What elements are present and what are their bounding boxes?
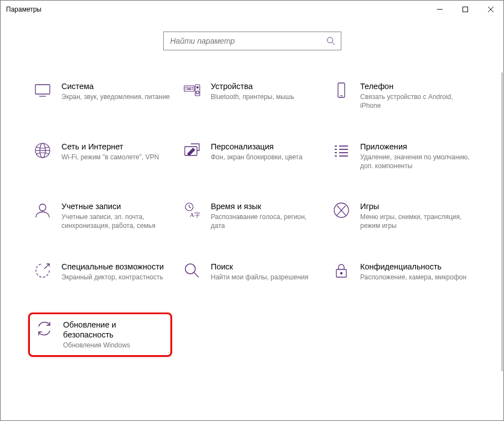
category-title: Конфиденциальность: [360, 262, 466, 272]
category-phone[interactable]: Телефон Связать устройство с Android, iP…: [332, 81, 471, 111]
category-desc: Wi-Fi, режим "в самолете", VPN: [61, 153, 159, 162]
svg-point-41: [185, 264, 195, 274]
svg-point-18: [197, 87, 199, 89]
xbox-icon: [332, 201, 350, 219]
search-row: [1, 32, 503, 50]
svg-rect-6: [35, 85, 50, 94]
titlebar: Параметры: [1, 1, 503, 18]
svg-point-19: [196, 91, 199, 94]
category-desc: Меню игры, снимки, трансляция, режим игр…: [360, 212, 471, 230]
category-title: Устройства: [211, 81, 294, 91]
close-button[interactable]: [478, 1, 503, 18]
monitor-icon: [34, 81, 51, 99]
category-ease[interactable]: Специальные возможности Экранный диктор,…: [34, 262, 172, 282]
category-desc: Удаление, значения по умолчанию, доп. ко…: [360, 153, 471, 170]
category-desc: Связать устройство с Android, iPhone: [360, 92, 471, 110]
category-desc: Обновления Windows: [63, 341, 163, 350]
category-network[interactable]: Сеть и Интернет Wi-Fi, режим "в самолете…: [34, 142, 172, 171]
category-title: Телефон: [360, 81, 471, 91]
svg-line-40: [44, 264, 49, 269]
phone-icon: [332, 81, 350, 99]
category-title: Обновление и безопасность: [63, 320, 163, 340]
ease-of-access-icon: [34, 262, 51, 279]
category-desc: Расположение, камера, микрофон: [360, 273, 466, 282]
svg-rect-20: [338, 83, 345, 97]
category-desc: Учетные записи, эл. почта, синхронизация…: [61, 212, 172, 230]
lock-icon: [332, 262, 350, 279]
magnifier-icon: [183, 262, 201, 279]
svg-point-4: [327, 38, 332, 43]
category-update[interactable]: Обновление и безопасность Обновления Win…: [28, 313, 172, 357]
keyboard-speaker-icon: [183, 81, 201, 99]
category-desc: Экранный диктор, контрастность: [61, 273, 164, 282]
category-title: Игры: [360, 201, 471, 211]
category-text: Специальные возможности Экранный диктор,…: [61, 262, 164, 282]
close-icon: [488, 7, 493, 12]
category-title: Персонализация: [211, 142, 303, 152]
category-text: Персонализация Фон, экран блокировки, цв…: [211, 142, 303, 162]
maximize-button[interactable]: [453, 1, 478, 18]
person-icon: [34, 201, 51, 219]
minimize-icon: [437, 7, 443, 12]
category-title: Поиск: [211, 262, 308, 272]
svg-text:A字: A字: [190, 211, 200, 218]
category-title: Специальные возможности: [61, 262, 164, 272]
category-text: Телефон Связать устройство с Android, iP…: [360, 81, 471, 111]
search-icon: [326, 37, 335, 45]
category-title: Сеть и Интернет: [61, 142, 159, 152]
svg-point-34: [39, 204, 46, 211]
category-text: Система Экран, звук, уведомления, питани…: [61, 81, 170, 101]
categories-grid: Система Экран, звук, уведомления, питани…: [34, 81, 470, 357]
category-title: Время и язык: [211, 201, 321, 211]
svg-rect-1: [463, 7, 468, 12]
category-text: Учетные записи Учетные записи, эл. почта…: [61, 201, 172, 231]
category-system[interactable]: Система Экран, звук, уведомления, питани…: [34, 81, 172, 111]
category-time-language[interactable]: A字 Время и язык Распознавание голоса, ре…: [183, 201, 321, 231]
category-text: Игры Меню игры, снимки, трансляция, режи…: [360, 201, 471, 231]
category-apps[interactable]: Приложения Удаление, значения по умолчан…: [332, 142, 471, 171]
category-accounts[interactable]: Учетные записи Учетные записи, эл. почта…: [34, 201, 172, 231]
category-gaming[interactable]: Игры Меню игры, снимки, трансляция, режи…: [332, 201, 471, 231]
maximize-icon: [463, 7, 468, 12]
category-privacy[interactable]: Конфиденциальность Расположение, камера,…: [332, 262, 471, 282]
time-language-icon: A字: [183, 201, 201, 219]
apps-list-icon: [332, 142, 350, 159]
category-text: Время и язык Распознавание голоса, регио…: [211, 201, 321, 231]
globe-icon: [34, 142, 51, 159]
svg-point-44: [341, 272, 342, 274]
category-text: Сеть и Интернет Wi-Fi, режим "в самолете…: [61, 142, 159, 162]
category-devices[interactable]: Устройства Bluetooth, принтеры, мышь: [183, 81, 321, 111]
content-area: Система Экран, звук, уведомления, питани…: [1, 50, 503, 357]
category-desc: Bluetooth, принтеры, мышь: [211, 92, 294, 101]
category-text: Приложения Удаление, значения по умолчан…: [360, 142, 471, 171]
category-text: Обновление и безопасность Обновления Win…: [63, 320, 163, 350]
category-desc: Распознавание голоса, регион, дата: [211, 212, 321, 230]
svg-rect-8: [184, 86, 194, 91]
category-title: Учетные записи: [61, 201, 172, 211]
category-text: Устройства Bluetooth, принтеры, мышь: [211, 81, 294, 101]
paint-icon: [183, 142, 201, 159]
category-desc: Найти мои файлы, разрешения: [211, 273, 308, 282]
search-box[interactable]: [163, 32, 341, 50]
window-title: Параметры: [6, 6, 41, 13]
svg-line-37: [189, 207, 191, 208]
category-title: Система: [61, 81, 170, 91]
svg-line-42: [194, 273, 199, 277]
category-personalization[interactable]: Персонализация Фон, экран блокировки, цв…: [183, 142, 321, 171]
sync-icon: [35, 320, 53, 337]
category-text: Поиск Найти мои файлы, разрешения: [211, 262, 308, 282]
category-title: Приложения: [360, 142, 471, 152]
category-search[interactable]: Поиск Найти мои файлы, разрешения: [183, 262, 321, 282]
scrollbar[interactable]: [501, 72, 503, 371]
category-desc: Экран, звук, уведомления, питание: [61, 92, 170, 101]
search-input[interactable]: [169, 36, 326, 46]
svg-line-5: [332, 43, 335, 45]
window-controls: [427, 1, 503, 18]
category-desc: Фон, экран блокировки, цвета: [211, 153, 303, 162]
minimize-button[interactable]: [427, 1, 453, 18]
settings-window: Параметры: [0, 0, 504, 421]
category-text: Конфиденциальность Расположение, камера,…: [360, 262, 466, 282]
